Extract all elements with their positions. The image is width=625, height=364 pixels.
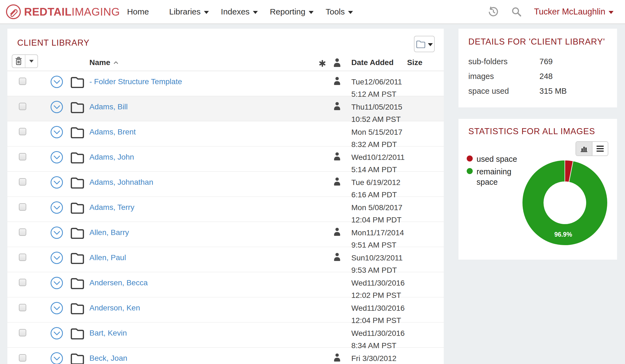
chart-view-button[interactable] xyxy=(576,142,592,155)
expand-row-button[interactable] xyxy=(51,277,63,289)
folder-name-link[interactable]: Andersen, Becca xyxy=(89,278,148,287)
row-checkbox[interactable] xyxy=(19,304,26,311)
folder-name-link[interactable]: Adams, John xyxy=(89,153,134,161)
nav-item[interactable]: Libraries xyxy=(169,7,209,16)
size-cell xyxy=(400,121,444,151)
nav-item[interactable]: Tools xyxy=(326,7,353,16)
folder-icon xyxy=(70,277,84,289)
row-checkbox[interactable] xyxy=(19,354,26,362)
column-header-size[interactable]: Size xyxy=(400,58,444,71)
row-checkbox[interactable] xyxy=(19,279,26,286)
folder-name-link[interactable]: Adams, Brent xyxy=(89,128,136,136)
table-row: Adams, Terry Mon 5/08/2017 12:04 PM PDT xyxy=(7,197,444,222)
list-view-button[interactable] xyxy=(592,142,608,155)
folder-name-link[interactable]: Allen, Paul xyxy=(89,253,126,262)
row-checkbox[interactable] xyxy=(19,103,26,110)
size-cell xyxy=(400,322,444,352)
table-row: Adams, Bill Thu11/05/2015 10:52 AM PST xyxy=(7,96,444,121)
table-row: Beck, Joan Fri 3/30/2012 xyxy=(7,348,444,364)
column-header-owner[interactable] xyxy=(330,58,344,71)
legend-item[interactable]: remaining space xyxy=(467,166,520,187)
expand-row-button[interactable] xyxy=(51,176,63,189)
chevron-down-icon xyxy=(253,11,258,14)
date-added-cell: Wed11/30/2016 12:02 PM PST xyxy=(344,272,400,301)
row-checkbox[interactable] xyxy=(19,178,26,186)
expand-row-button[interactable] xyxy=(51,302,63,314)
chevron-down-icon xyxy=(348,11,353,14)
folder-actions-button[interactable] xyxy=(414,36,435,52)
table-row: Adams, Brent Mon 5/15/2017 8:32 AM PDT xyxy=(7,121,444,146)
nav-item[interactable]: Reporting xyxy=(270,7,314,16)
size-cell xyxy=(400,222,444,251)
expand-row-button[interactable] xyxy=(51,201,63,214)
folder-name-link[interactable]: Allen, Barry xyxy=(89,228,129,237)
nav-item[interactable]: Indexes xyxy=(221,7,258,16)
folder-name-link[interactable]: Adams, Terry xyxy=(89,203,134,212)
details-stats: sub-folders 769 images 248 space used 31… xyxy=(468,57,607,96)
expand-row-button[interactable] xyxy=(51,151,63,163)
row-checkbox[interactable] xyxy=(19,203,26,211)
chevron-down-icon xyxy=(53,231,60,235)
expand-row-button[interactable] xyxy=(51,76,63,88)
search-button[interactable] xyxy=(510,6,522,18)
column-header-name[interactable]: Name xyxy=(89,58,315,71)
delete-menu-button[interactable] xyxy=(25,55,37,67)
row-checkbox[interactable] xyxy=(19,78,26,85)
column-header-date-added[interactable]: Date Added xyxy=(344,58,400,71)
expand-row-button[interactable] xyxy=(51,126,63,138)
table-row: Bart, Kevin Wed11/30/2016 8:34 AM PST xyxy=(7,322,444,348)
folder-name-link[interactable]: Adams, Bill xyxy=(89,102,128,111)
folder-name-link[interactable]: Bart, Kevin xyxy=(89,329,127,337)
size-cell xyxy=(400,348,444,364)
detail-stat-row: images 248 xyxy=(468,72,607,81)
row-checkbox[interactable] xyxy=(19,329,26,336)
person-icon xyxy=(333,101,341,110)
date-added-cell: Tue12/06/2011 5:12 AM PST xyxy=(344,71,400,100)
folder-icon xyxy=(70,177,84,189)
expand-row-button[interactable] xyxy=(51,101,63,113)
row-checkbox[interactable] xyxy=(19,128,26,135)
folder-icon xyxy=(70,302,84,314)
person-icon xyxy=(333,152,341,160)
nav-item[interactable]: Home xyxy=(127,7,157,16)
chevron-down-icon xyxy=(53,281,60,285)
expand-row-button[interactable] xyxy=(51,252,63,264)
folder-name-link[interactable]: Adams, Johnathan xyxy=(89,178,153,186)
legend-item[interactable]: used space xyxy=(467,154,520,164)
folder-icon xyxy=(70,101,84,113)
folder-name-link[interactable]: Beck, Joan xyxy=(89,354,127,362)
trash-icon xyxy=(15,57,22,66)
donut-chart[interactable]: 96.9% xyxy=(521,159,609,247)
folder-name-link[interactable]: Anderson, Ken xyxy=(89,304,140,312)
user-menu[interactable]: Tucker McLaughlin xyxy=(534,7,614,17)
date-added-cell: Wed11/30/2016 8:34 AM PST xyxy=(344,322,400,352)
date-added-date: Sun10/23/2011 xyxy=(351,252,400,264)
bar-chart-icon xyxy=(580,145,588,152)
legend-dot xyxy=(467,168,473,174)
date-added-date: Thu11/05/2015 xyxy=(351,101,400,113)
expand-row-button[interactable] xyxy=(51,327,63,339)
chart-legend: used space remaining space xyxy=(467,154,520,189)
column-header-star[interactable] xyxy=(315,60,330,71)
folder-name-link[interactable]: - Folder Structure Template xyxy=(89,77,182,86)
size-cell xyxy=(400,172,444,201)
expand-row-button[interactable] xyxy=(51,227,63,239)
expand-row-button[interactable] xyxy=(51,352,63,364)
row-checkbox[interactable] xyxy=(19,254,26,261)
statistics-panel: STATISTICS FOR ALL IMAGES used space xyxy=(458,119,617,260)
folder-icon xyxy=(70,151,84,163)
person-icon xyxy=(333,252,341,261)
size-cell xyxy=(400,146,444,176)
redtail-imaging-logo[interactable]: REDTAILIMAGING xyxy=(5,4,120,20)
row-checkbox[interactable] xyxy=(19,228,26,236)
details-panel: DETAILS FOR 'CLIENT LIBRARY' sub-folders… xyxy=(458,29,617,107)
chevron-down-icon xyxy=(53,180,60,185)
library-header: CLIENT LIBRARY xyxy=(7,29,444,53)
history-button[interactable] xyxy=(487,6,499,18)
date-added-date: Mon 5/08/2017 xyxy=(351,201,400,214)
date-added-date: Wed11/30/2016 xyxy=(351,277,400,289)
row-checkbox[interactable] xyxy=(19,153,26,160)
date-added-cell: Tue 6/19/2012 6:16 AM PDT xyxy=(344,172,400,201)
chevron-down-icon xyxy=(53,306,60,310)
delete-button[interactable] xyxy=(12,55,25,67)
